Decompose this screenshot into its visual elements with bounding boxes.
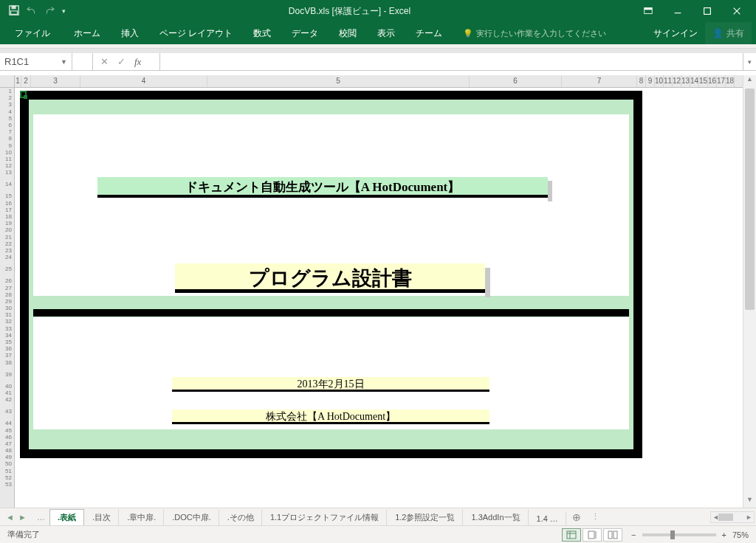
row-header[interactable]: 53 bbox=[0, 481, 12, 488]
zoom-value[interactable]: 75% bbox=[732, 530, 749, 539]
sheet-tab[interactable]: .DOC中扉. bbox=[164, 509, 219, 525]
tab-team[interactable]: チーム bbox=[405, 22, 453, 44]
sheet-tab[interactable]: .その他 bbox=[219, 509, 262, 525]
column-header[interactable]: 15 bbox=[699, 75, 708, 87]
share-button[interactable]: 👤 共有 bbox=[705, 22, 752, 44]
row-header[interactable]: 35 bbox=[0, 339, 12, 345]
row-header[interactable]: 1 bbox=[0, 88, 12, 94]
row-header[interactable]: 52 bbox=[0, 474, 12, 481]
horizontal-scrollbar[interactable]: ◄► bbox=[710, 511, 755, 523]
tab-view[interactable]: 表示 bbox=[367, 22, 405, 44]
tab-file[interactable]: ファイル bbox=[4, 22, 61, 44]
formula-expand-icon[interactable]: ▾ bbox=[743, 53, 756, 70]
row-header[interactable]: 51 bbox=[0, 468, 12, 474]
row-header[interactable]: 38 bbox=[0, 359, 12, 366]
row-header[interactable]: 37 bbox=[0, 352, 12, 359]
new-sheet-button[interactable]: ⊕ bbox=[566, 511, 587, 523]
row-header[interactable]: 10 bbox=[0, 149, 12, 156]
minimize-icon[interactable] bbox=[663, 0, 693, 22]
row-header[interactable]: 16 bbox=[0, 200, 12, 207]
sheet-tab[interactable]: .目次 bbox=[84, 509, 119, 525]
row-header[interactable]: 6 bbox=[0, 122, 12, 128]
zoom-out-button[interactable]: − bbox=[631, 530, 636, 539]
row-header[interactable]: 2 bbox=[0, 94, 12, 101]
sheet-tab[interactable]: 1.2参照設定一覧 bbox=[387, 509, 463, 525]
row-header[interactable]: 43 bbox=[0, 403, 12, 420]
row-header[interactable]: 27 bbox=[0, 285, 12, 291]
row-header[interactable]: 41 bbox=[0, 390, 12, 396]
row-header[interactable]: 11 bbox=[0, 156, 12, 162]
redo-icon[interactable] bbox=[44, 5, 55, 18]
row-header[interactable]: 23 bbox=[0, 247, 12, 254]
row-headers[interactable]: 1234567891011121314151617181920212223242… bbox=[0, 88, 15, 508]
undo-icon[interactable] bbox=[27, 5, 37, 18]
column-header[interactable]: 2 bbox=[21, 75, 31, 87]
scroll-thumb[interactable] bbox=[745, 89, 755, 310]
tell-me-box[interactable]: 💡 実行したい作業を入力してください bbox=[453, 22, 616, 44]
row-header[interactable]: 20 bbox=[0, 226, 12, 233]
tab-insert[interactable]: 挿入 bbox=[111, 22, 149, 44]
row-header[interactable]: 32 bbox=[0, 318, 12, 325]
sheet-tab[interactable]: 1.3AddIn一覧 bbox=[463, 509, 528, 525]
tab-nav-prev-icon[interactable]: ◄ bbox=[6, 513, 14, 522]
row-header[interactable]: 8 bbox=[0, 135, 12, 142]
column-header[interactable]: 4 bbox=[80, 75, 207, 87]
column-header[interactable]: 10 bbox=[655, 75, 664, 87]
row-header[interactable]: 26 bbox=[0, 277, 12, 284]
vertical-scrollbar[interactable]: ▲ ▼ bbox=[743, 75, 756, 508]
tab-nav-more-icon[interactable]: … bbox=[32, 513, 49, 522]
row-header[interactable]: 30 bbox=[0, 305, 12, 311]
row-header[interactable]: 25 bbox=[0, 260, 12, 277]
page-layout-view-icon[interactable] bbox=[583, 528, 602, 542]
tab-nav-next-icon[interactable]: ► bbox=[18, 513, 27, 522]
row-header[interactable]: 7 bbox=[0, 128, 12, 135]
row-header[interactable]: 47 bbox=[0, 440, 12, 447]
row-header[interactable]: 46 bbox=[0, 434, 12, 440]
formula-input[interactable] bbox=[159, 53, 743, 70]
tab-overflow-icon[interactable]: ⋮ bbox=[587, 512, 604, 522]
column-header[interactable]: 18 bbox=[726, 75, 735, 87]
column-header[interactable]: 6 bbox=[470, 75, 562, 87]
row-header[interactable]: 5 bbox=[0, 115, 12, 122]
column-header[interactable]: 7 bbox=[562, 75, 637, 87]
column-header[interactable]: 11 bbox=[664, 75, 673, 87]
row-header[interactable]: 28 bbox=[0, 291, 12, 298]
column-header[interactable]: 3 bbox=[31, 75, 80, 87]
column-header[interactable]: 8 bbox=[637, 75, 646, 87]
row-header[interactable]: 36 bbox=[0, 345, 12, 352]
column-header[interactable]: 9 bbox=[646, 75, 655, 87]
scroll-up-icon[interactable]: ▲ bbox=[743, 75, 756, 87]
enter-icon[interactable]: ✓ bbox=[117, 56, 126, 67]
row-header[interactable]: 42 bbox=[0, 396, 12, 403]
row-header[interactable]: 34 bbox=[0, 332, 12, 339]
column-header[interactable]: 1 bbox=[15, 75, 21, 87]
name-box[interactable]: R1C1 ▼ bbox=[0, 53, 72, 70]
tab-home[interactable]: ホーム bbox=[63, 22, 111, 44]
maximize-icon[interactable] bbox=[693, 0, 722, 22]
row-header[interactable]: 45 bbox=[0, 427, 12, 434]
row-header[interactable]: 21 bbox=[0, 234, 12, 241]
sheet-tab[interactable]: .章中扉. bbox=[119, 509, 164, 525]
tab-review[interactable]: 校閲 bbox=[329, 22, 367, 44]
cells-canvas[interactable]: ドキュメント自動生成ツール【A HotDocument】 プログラム設計書 20… bbox=[15, 88, 743, 508]
row-header[interactable]: 48 bbox=[0, 447, 12, 454]
tab-formulas[interactable]: 数式 bbox=[243, 22, 281, 44]
sheet-tab[interactable]: 1.4 … bbox=[529, 511, 566, 525]
zoom-in-button[interactable]: + bbox=[722, 530, 726, 539]
row-header[interactable]: 12 bbox=[0, 162, 12, 169]
row-header[interactable]: 4 bbox=[0, 108, 12, 115]
row-header[interactable]: 17 bbox=[0, 207, 12, 213]
tab-page-layout[interactable]: ページ レイアウト bbox=[149, 22, 243, 44]
column-header[interactable]: 12 bbox=[673, 75, 681, 87]
row-header[interactable]: 49 bbox=[0, 454, 12, 460]
page-break-view-icon[interactable] bbox=[603, 528, 622, 542]
scroll-down-icon[interactable]: ▼ bbox=[743, 496, 756, 508]
column-header[interactable]: 14 bbox=[690, 75, 699, 87]
row-header[interactable]: 33 bbox=[0, 325, 12, 332]
row-header[interactable]: 19 bbox=[0, 220, 12, 226]
zoom-slider[interactable] bbox=[642, 533, 716, 536]
column-header[interactable]: 5 bbox=[207, 75, 470, 87]
fx-icon[interactable]: fx bbox=[134, 56, 141, 68]
row-header[interactable]: 3 bbox=[0, 101, 12, 108]
column-header[interactable]: 16 bbox=[708, 75, 717, 87]
